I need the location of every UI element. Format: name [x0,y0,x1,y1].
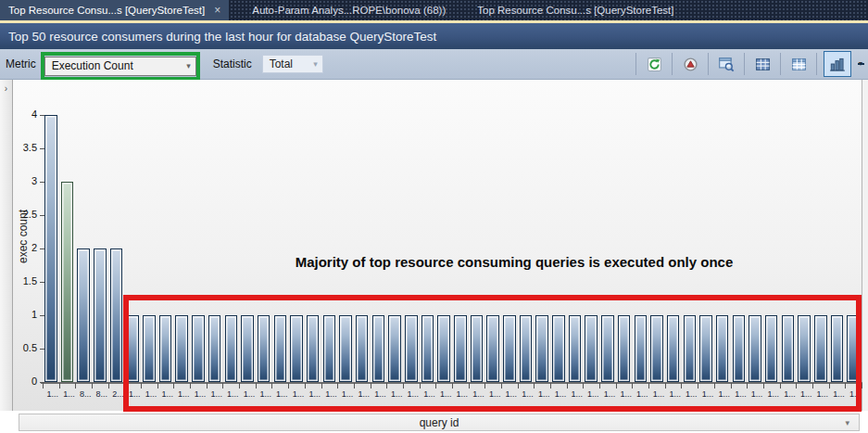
y-tick-mark [40,248,44,250]
tab-auto-param-analysis[interactable]: Auto-Param Analys...ROPE\bonova (68)) [244,0,454,20]
x-tick-mark [92,383,93,388]
toolbar-separator [816,53,817,75]
metric-dropdown[interactable]: Execution Count ▾ [44,57,196,76]
toolbar-separator [708,53,709,75]
document-tab-bar: Top Resource Consu...s [QueryStoreTest] … [0,0,868,20]
chart-annotation: Majority of top resource consuming queri… [185,254,843,270]
y-tick-label: 1 [0,309,37,320]
y-tick-label: 0.5 [0,342,37,353]
metric-label: Metric [6,57,36,70]
chevron-down-icon: ▾ [845,418,849,427]
x-tick-mark [108,383,109,388]
toolbar-separator [744,53,745,75]
y-tick-mark [40,315,44,317]
statistic-dropdown[interactable]: Total ▾ [262,55,323,73]
statistic-dropdown-value: Total [270,57,293,70]
refresh-icon[interactable] [643,53,665,75]
chart-region: › exec count 1...1...8...8...2...1...1..… [0,80,868,433]
y-tick-label: 3.5 [0,142,37,153]
toolbar-icon-group: ▼ [629,49,868,79]
metric-dropdown-value: Execution Count [52,59,133,72]
y-tick-mark [40,382,44,384]
y-tick-mark [40,282,44,284]
highlight-rectangle [123,295,862,412]
y-tick-label: 3 [0,175,37,186]
x-axis-selector[interactable]: query id ▾ [19,414,860,431]
chart-view-icon[interactable] [824,51,851,77]
x-axis-title: query id [420,416,459,429]
view-query-text-icon[interactable] [715,53,737,75]
y-tick-mark [40,115,44,117]
report-title-bar: Top 50 resource consumers during the las… [0,23,868,49]
tab-label: Auto-Param Analys...ROPE\bonova (68)) [252,5,446,16]
chevron-down-icon: ▾ [313,59,318,69]
y-tick-label: 4 [0,108,37,120]
close-icon[interactable]: × [214,5,220,16]
y-tick-label: 2 [0,242,37,253]
x-tick-mark [75,383,76,388]
app-window: Top Resource Consu...s [QueryStoreTest] … [0,0,868,433]
bar[interactable] [61,182,74,382]
y-tick-mark [40,215,44,217]
y-tick-label: 0 [0,376,37,387]
track-query-icon[interactable] [679,53,701,75]
y-tick-mark [40,349,44,350]
toolbar-separator [780,53,781,75]
tab-top-resource-consumers-1[interactable]: Top Resource Consu...s [QueryStoreTest] … [0,0,229,20]
metric-highlight-box: Execution Count ▾ [41,52,200,81]
bar[interactable] [44,115,57,382]
statistic-label: Statistic [213,57,252,70]
report-toolbar: Metric Execution Count ▾ Statistic Total… [0,49,868,80]
chevron-down-icon: ▾ [186,61,191,70]
bar[interactable] [77,248,90,382]
grid-view-icon[interactable] [787,53,810,75]
bar[interactable] [110,248,123,382]
bar[interactable] [94,248,107,382]
y-tick-mark [40,148,44,150]
x-tick-mark [59,383,60,388]
x-tick-mark [862,383,862,388]
x-tick-mark [43,383,44,388]
grid-details-icon[interactable] [751,53,774,75]
toolbar-overflow-icon[interactable]: ▼ [855,61,866,67]
toolbar-separator [635,53,636,75]
y-tick-label: 2.5 [0,209,37,220]
y-tick-label: 1.5 [0,275,37,287]
page-title: Top 50 resource consumers during the las… [8,30,436,44]
tab-label: Top Resource Consu...s [QueryStoreTest] [8,5,205,16]
toolbar-separator [672,53,673,75]
y-tick-mark [40,182,44,184]
tab-label: Top Resource Consu...s [QueryStoreTest] [477,5,673,16]
tab-top-resource-consumers-2[interactable]: Top Resource Consu...s [QueryStoreTest] [469,0,682,20]
